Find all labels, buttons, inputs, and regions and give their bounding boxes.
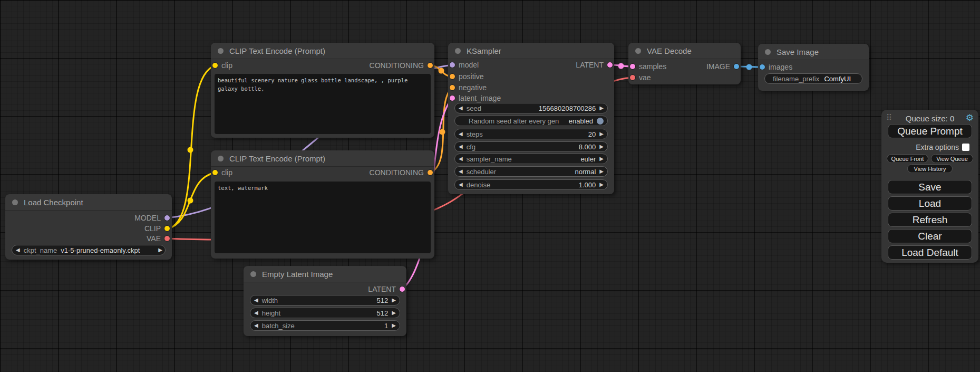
samples-input-slot[interactable]: samples [630, 61, 666, 72]
node-title-bar[interactable]: Empty Latent Image [244, 266, 406, 282]
extra-options-checkbox[interactable] [962, 144, 969, 151]
node-vae-decode[interactable]: VAE Decode samples vae IMAGE [628, 43, 741, 84]
model-output-slot[interactable]: MODEL [134, 213, 170, 223]
decrement-arrow-icon[interactable]: ◀ [459, 131, 463, 137]
decrement-arrow-icon[interactable]: ◀ [459, 106, 463, 111]
latent-image-input-slot[interactable]: latent_image [450, 93, 501, 103]
load-default-button[interactable]: Load Default [888, 245, 972, 260]
seed-widget[interactable]: ◀ seed 156680208700286 ▶ [454, 103, 608, 113]
latent-output-slot[interactable]: LATENT [368, 284, 405, 294]
sampler-name-widget[interactable]: ◀ sampler_name euler ▶ [454, 154, 608, 164]
node-title-bar[interactable]: CLIP Text Encode (Prompt) [211, 43, 434, 59]
node-ksampler[interactable]: KSampler model positive negative latent_… [448, 43, 614, 194]
collapse-dot-icon[interactable] [635, 48, 641, 54]
increment-arrow-icon[interactable]: ▶ [392, 310, 396, 316]
clip-port-icon[interactable] [164, 226, 170, 231]
decrement-arrow-icon[interactable]: ◀ [459, 156, 463, 161]
increment-arrow-icon[interactable]: ▶ [599, 169, 604, 174]
latent-output-slot[interactable]: LATENT [576, 60, 613, 70]
cfg-widget[interactable]: ◀ cfg 8.000 ▶ [454, 141, 608, 152]
scheduler-widget[interactable]: ◀ scheduler normal ▶ [454, 166, 608, 177]
node-save-image[interactable]: Save Image images filename_prefix ComfyU… [758, 44, 869, 91]
conditioning-port-icon[interactable] [428, 63, 433, 68]
vae-output-slot[interactable]: VAE [147, 233, 170, 244]
view-history-button[interactable]: View History [907, 164, 953, 173]
clear-button[interactable]: Clear [888, 229, 972, 243]
latent-port-icon[interactable] [450, 96, 455, 101]
decrement-arrow-icon[interactable]: ◀ [254, 298, 258, 303]
link-midpoint-dot[interactable] [618, 63, 624, 69]
random-seed-toggle-widget[interactable]: Random seed after every gen enabled [454, 116, 608, 126]
negative-input-slot[interactable]: negative [450, 82, 487, 93]
conditioning-port-icon[interactable] [428, 170, 433, 175]
collapse-dot-icon[interactable] [218, 48, 224, 54]
latent-port-icon[interactable] [400, 287, 405, 292]
node-empty-latent-image[interactable]: Empty Latent Image LATENT ◀ width 512 ▶ … [244, 266, 406, 336]
decrement-arrow-icon[interactable]: ◀ [459, 169, 463, 174]
clip-input-slot[interactable]: clip [212, 167, 232, 178]
clip-output-slot[interactable]: CLIP [144, 223, 170, 234]
load-button[interactable]: Load [888, 196, 972, 211]
collapse-dot-icon[interactable] [455, 48, 461, 54]
model-port-icon[interactable] [450, 62, 455, 68]
node-title-bar[interactable]: Save Image [758, 44, 869, 60]
latent-port-icon[interactable] [607, 62, 613, 68]
node-title-bar[interactable]: CLIP Text Encode (Prompt) [211, 150, 434, 167]
node-clip-text-encode-positive[interactable]: CLIP Text Encode (Prompt) clip CONDITION… [211, 43, 434, 138]
clip-port-icon[interactable] [212, 63, 218, 68]
save-button[interactable]: Save [888, 180, 972, 194]
vae-port-icon[interactable] [630, 75, 635, 80]
queue-front-button[interactable]: Queue Front [887, 154, 928, 163]
images-input-slot[interactable]: images [760, 62, 792, 72]
node-load-checkpoint[interactable]: Load Checkpoint MODEL CLIP VAE ◀ ckpt_na… [5, 194, 172, 260]
filename-prefix-widget[interactable]: filename_prefix ComfyUI [764, 73, 862, 84]
decrement-arrow-icon[interactable]: ◀ [16, 247, 20, 253]
increment-arrow-icon[interactable]: ▶ [599, 182, 604, 187]
image-port-icon[interactable] [760, 64, 765, 70]
model-port-icon[interactable] [164, 215, 170, 221]
clip-input-slot[interactable]: clip [212, 60, 232, 71]
node-title-bar[interactable]: VAE Decode [628, 43, 741, 59]
conditioning-output-slot[interactable]: CONDITIONING [370, 167, 433, 178]
image-output-slot[interactable]: IMAGE [706, 61, 739, 72]
increment-arrow-icon[interactable]: ▶ [392, 323, 396, 328]
link-midpoint-dot[interactable] [439, 68, 444, 74]
image-port-icon[interactable] [734, 64, 739, 69]
ckpt-name-widget[interactable]: ◀ ckpt_name v1-5-pruned-emaonly.ckpt ▶ [12, 245, 166, 255]
conditioning-port-icon[interactable] [450, 85, 455, 90]
node-title-bar[interactable]: Load Checkpoint [5, 194, 172, 211]
increment-arrow-icon[interactable]: ▶ [599, 156, 604, 161]
gear-icon[interactable]: ⚙ [966, 112, 974, 123]
positive-prompt-textarea[interactable]: beautiful scenery nature glass bottle la… [215, 74, 431, 134]
increment-arrow-icon[interactable]: ▶ [599, 106, 604, 111]
collapse-dot-icon[interactable] [12, 199, 18, 205]
vae-input-slot[interactable]: vae [630, 72, 651, 83]
toggle-dot-icon[interactable] [597, 118, 604, 125]
increment-arrow-icon[interactable]: ▶ [158, 247, 162, 253]
conditioning-port-icon[interactable] [450, 74, 455, 79]
increment-arrow-icon[interactable]: ▶ [599, 144, 604, 149]
collapse-dot-icon[interactable] [218, 156, 224, 161]
increment-arrow-icon[interactable]: ▶ [392, 298, 396, 303]
decrement-arrow-icon[interactable]: ◀ [459, 182, 463, 187]
link-midpoint-dot[interactable] [188, 147, 193, 153]
refresh-button[interactable]: Refresh [888, 213, 972, 227]
height-widget[interactable]: ◀ height 512 ▶ [250, 308, 400, 318]
queue-prompt-button[interactable]: Queue Prompt [888, 124, 972, 138]
view-queue-button[interactable]: View Queue [931, 154, 973, 163]
vae-port-icon[interactable] [164, 236, 170, 241]
positive-input-slot[interactable]: positive [450, 71, 483, 82]
increment-arrow-icon[interactable]: ▶ [599, 131, 604, 137]
denoise-widget[interactable]: ◀ denoise 1.000 ▶ [454, 179, 608, 190]
width-widget[interactable]: ◀ width 512 ▶ [250, 295, 400, 306]
link-midpoint-dot[interactable] [188, 198, 193, 204]
node-graph-canvas[interactable]: Load Checkpoint MODEL CLIP VAE ◀ ckpt_na… [0, 0, 980, 372]
link-midpoint-dot[interactable] [440, 129, 445, 135]
node-clip-text-encode-negative[interactable]: CLIP Text Encode (Prompt) clip CONDITION… [211, 150, 434, 259]
negative-prompt-textarea[interactable]: text, watermark [215, 182, 431, 253]
decrement-arrow-icon[interactable]: ◀ [459, 144, 463, 149]
clip-port-icon[interactable] [212, 170, 218, 175]
batch-size-widget[interactable]: ◀ batch_size 1 ▶ [250, 320, 400, 331]
collapse-dot-icon[interactable] [250, 271, 256, 277]
node-title-bar[interactable]: KSampler [448, 43, 614, 59]
